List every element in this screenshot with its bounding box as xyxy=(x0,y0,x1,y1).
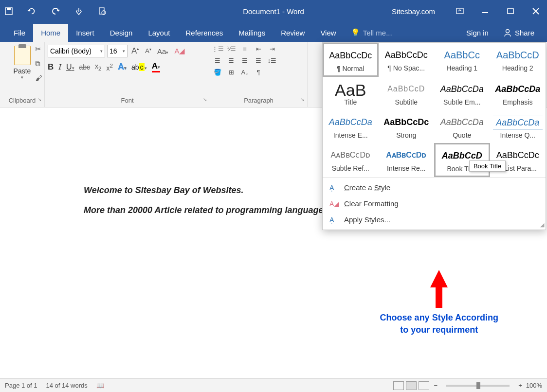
style-intense-q-[interactable]: AaBbCcDaIntense Q... xyxy=(490,110,546,143)
read-mode-icon[interactable] xyxy=(393,381,404,390)
tab-design[interactable]: Design xyxy=(102,24,141,42)
tab-review[interactable]: Review xyxy=(273,24,312,42)
font-color-icon[interactable]: A▾ xyxy=(152,61,160,72)
tab-home[interactable]: Home xyxy=(33,24,68,42)
numbering-icon[interactable]: ⅟☰ xyxy=(227,45,236,53)
page-indicator[interactable]: Page 1 of 1 xyxy=(5,382,37,389)
align-left-icon[interactable]: ☰ xyxy=(213,56,222,64)
ribbon-tabs: File Home Insert Design Layout Reference… xyxy=(0,22,547,42)
style-preview: AaBbCcDa xyxy=(437,115,487,129)
style-intense-e-[interactable]: AaBbCcDaIntense E... xyxy=(323,110,379,143)
paragraph-group-label: Paragraph xyxy=(210,97,307,104)
line-spacing-icon[interactable]: ↕☰ xyxy=(268,56,276,64)
print-layout-icon[interactable] xyxy=(406,381,417,390)
highlight-icon[interactable]: abc▾ xyxy=(131,63,147,71)
grow-font-icon[interactable]: A▴ xyxy=(129,45,141,57)
style-preview: AaBbCcDc xyxy=(382,48,432,62)
style--list-para-[interactable]: AaBbCcDc¶ List Para... xyxy=(490,143,546,177)
change-case-icon[interactable]: Aa▾ xyxy=(155,46,170,56)
svg-rect-4 xyxy=(456,8,463,14)
spell-check-icon[interactable]: 📖 xyxy=(96,382,104,389)
status-bar: Page 1 of 1 14 of 14 words 📖 − + 100% xyxy=(0,378,547,392)
tab-file[interactable]: File xyxy=(6,24,33,42)
paste-label: Paste xyxy=(14,67,31,75)
tab-layout[interactable]: Layout xyxy=(140,24,178,42)
style-preview: AᴀBʙCᴄDᴅ xyxy=(326,148,376,162)
align-right-icon[interactable]: ☰ xyxy=(240,56,249,64)
show-marks-icon[interactable]: ¶ xyxy=(254,68,263,76)
paragraph-group: ⋮☰ ⅟☰ ≡ ⇤ ⇥ ☰ ☰ ☰ ☰ ↕☰ 🪣 ⊞ A↓ ¶ Paragrap… xyxy=(210,42,308,107)
style-subtitle[interactable]: AaBbCcDSubtitle xyxy=(379,77,435,110)
zoom-level[interactable]: 100% xyxy=(526,382,542,389)
style-subtle-ref-[interactable]: AᴀBʙCᴄDᴅSubtle Ref... xyxy=(323,143,379,177)
tell-me-search[interactable]: 💡Tell me... xyxy=(344,23,399,42)
style-heading-1[interactable]: AaBbCcHeading 1 xyxy=(434,43,490,77)
print-preview-icon[interactable] xyxy=(97,6,107,16)
style-tooltip: Book Title xyxy=(469,160,506,172)
shrink-font-icon[interactable]: A▾ xyxy=(143,46,153,55)
bold-button[interactable]: B xyxy=(48,62,54,72)
superscript-button[interactable]: x2 xyxy=(107,62,113,72)
style--normal[interactable]: AaBbCcDc¶ Normal xyxy=(323,43,379,77)
subscript-button[interactable]: x2 xyxy=(95,62,101,71)
increase-indent-icon[interactable]: ⇥ xyxy=(268,45,276,53)
zoom-in-button[interactable]: + xyxy=(518,382,522,389)
style--no-spac-[interactable]: AaBbCcDc¶ No Spac... xyxy=(379,43,435,77)
bullets-icon[interactable]: ⋮☰ xyxy=(213,45,222,53)
ribbon-display-icon[interactable] xyxy=(454,5,466,18)
annotation-text: Choose any Style According to your requi… xyxy=(380,312,498,336)
zoom-slider[interactable] xyxy=(446,385,510,387)
shading-icon[interactable]: 🪣 xyxy=(213,68,222,76)
style-strong[interactable]: AaBbCcDcStrong xyxy=(379,110,435,143)
underline-button[interactable]: U▾ xyxy=(66,63,74,71)
format-painter-icon[interactable]: 🖌 xyxy=(35,74,42,82)
tab-view[interactable]: View xyxy=(312,24,344,42)
undo-icon[interactable] xyxy=(27,6,37,16)
word-count[interactable]: 14 of 14 words xyxy=(46,382,88,389)
apply-styles-item[interactable]: ẠApply Styles... xyxy=(323,212,546,228)
style-book-title[interactable]: AaBbCcDBook Title xyxy=(434,143,490,177)
style-preview: AaBbCcD xyxy=(493,48,543,62)
style-preview: AaBbCcDa xyxy=(437,82,487,96)
font-name-combo[interactable]: Calibri (Body)▾ xyxy=(48,45,105,57)
text-effects-icon[interactable]: A▾ xyxy=(118,62,127,72)
copy-icon[interactable]: ⧉ xyxy=(35,59,42,68)
style-preview: AaBbCcD xyxy=(382,82,432,96)
resize-grip-icon[interactable]: ◢ xyxy=(540,222,544,228)
maximize-icon[interactable] xyxy=(504,5,517,18)
style-label: Intense Re... xyxy=(382,164,432,172)
font-size-combo[interactable]: 16▾ xyxy=(107,45,128,57)
close-icon[interactable] xyxy=(529,5,542,18)
multilevel-icon[interactable]: ≡ xyxy=(240,45,249,53)
zoom-out-button[interactable]: − xyxy=(434,382,438,389)
style-subtle-em-[interactable]: AaBbCcDaSubtle Em... xyxy=(434,77,490,110)
create-style-item[interactable]: ẠCreate a Style xyxy=(323,179,546,196)
window-controls xyxy=(454,5,542,18)
clear-formatting-item[interactable]: A◢Clear Formatting xyxy=(323,196,546,212)
strikethrough-button[interactable]: abc xyxy=(79,63,91,71)
arrow-stem xyxy=(436,287,442,308)
web-layout-icon[interactable] xyxy=(419,381,429,390)
justify-icon[interactable]: ☰ xyxy=(254,56,263,64)
tab-insert[interactable]: Insert xyxy=(68,24,102,42)
style-quote[interactable]: AaBbCcDaQuote xyxy=(434,110,490,143)
cut-icon[interactable]: ✂ xyxy=(35,45,42,53)
clear-format-icon[interactable]: A◢ xyxy=(172,46,187,56)
tab-mailings[interactable]: Mailings xyxy=(231,24,273,42)
italic-button[interactable]: I xyxy=(58,62,61,72)
redo-icon[interactable] xyxy=(51,6,60,16)
save-icon[interactable] xyxy=(4,6,14,16)
sort-icon[interactable]: A↓ xyxy=(240,68,249,76)
touch-mode-icon[interactable] xyxy=(74,6,84,16)
align-center-icon[interactable]: ☰ xyxy=(227,56,236,64)
borders-icon[interactable]: ⊞ xyxy=(227,68,236,76)
share-button[interactable]: Share xyxy=(496,23,541,42)
style-emphasis[interactable]: AaBbCcDaEmphasis xyxy=(490,77,546,110)
decrease-indent-icon[interactable]: ⇤ xyxy=(254,45,263,53)
style-intense-re-[interactable]: AᴀBʙCᴄDᴅIntense Re... xyxy=(379,143,435,177)
sign-in-button[interactable]: Sign in xyxy=(458,24,496,42)
style-heading-2[interactable]: AaBbCcDHeading 2 xyxy=(490,43,546,77)
tab-references[interactable]: References xyxy=(178,24,231,42)
minimize-icon[interactable] xyxy=(479,5,492,18)
style-title[interactable]: AaBTitle xyxy=(323,77,379,110)
